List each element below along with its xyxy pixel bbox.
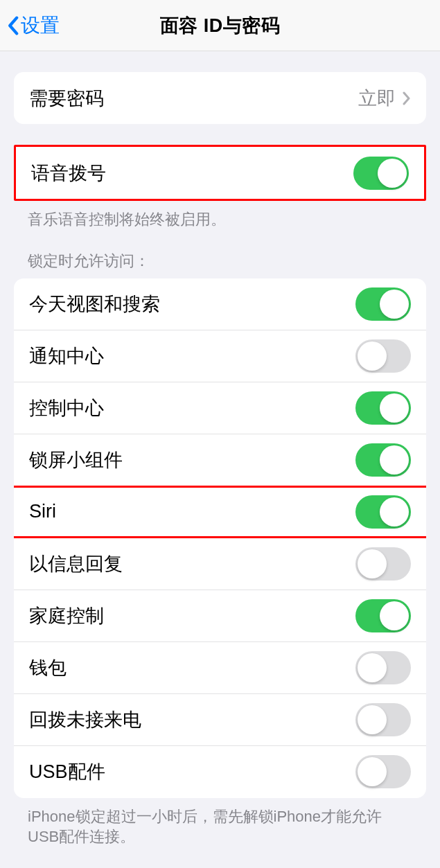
lock-access-row: 家庭控制: [14, 590, 426, 642]
lock-access-toggle[interactable]: [355, 651, 411, 684]
require-passcode-label: 需要密码: [29, 86, 104, 111]
lock-access-toggle[interactable]: [355, 547, 411, 581]
lock-access-label: 控制中心: [29, 396, 104, 420]
chevron-left-icon: [7, 15, 19, 36]
lock-access-toggle[interactable]: [355, 339, 411, 373]
lock-access-toggle[interactable]: [355, 599, 411, 632]
toggle-knob: [378, 159, 407, 188]
lock-access-row: 通知中心: [14, 330, 426, 382]
lock-access-row: 钱包: [14, 642, 426, 694]
voice-dial-footer: 音乐语音控制将始终被启用。: [28, 209, 412, 230]
require-passcode-value: 立即: [358, 86, 396, 111]
lock-access-toggle[interactable]: [355, 443, 411, 477]
toggle-knob: [380, 601, 409, 630]
row-right: 立即: [358, 86, 411, 111]
back-button[interactable]: 设置: [7, 12, 60, 39]
toggle-knob: [358, 757, 387, 786]
lock-access-label: Siri: [29, 501, 56, 522]
lock-access-label: 以信息回复: [29, 551, 123, 576]
lock-access-toggle[interactable]: [355, 703, 411, 736]
lock-access-footer: iPhone锁定超过一小时后，需先解锁iPhone才能允许USB配件连接。: [28, 806, 412, 847]
lock-access-label: USB配件: [29, 759, 105, 784]
lock-access-row: 控制中心: [14, 382, 426, 434]
navigation-bar: 设置 面容 ID与密码: [0, 0, 440, 51]
lock-access-label: 家庭控制: [29, 603, 104, 628]
lock-access-row: 以信息回复: [14, 538, 426, 590]
lock-access-label: 钱包: [29, 655, 67, 680]
toggle-knob: [380, 445, 409, 475]
toggle-knob: [380, 393, 409, 423]
lock-access-label: 回拨未接来电: [29, 707, 141, 732]
lock-access-label: 通知中心: [29, 344, 104, 369]
lock-access-header: 锁定时允许访问：: [28, 251, 412, 272]
require-passcode-row[interactable]: 需要密码 立即: [14, 72, 426, 124]
lock-access-row: Siri: [14, 486, 426, 538]
toggle-knob: [380, 497, 409, 526]
lock-access-label: 今天视图和搜索: [29, 292, 160, 317]
page-title: 面容 ID与密码: [160, 13, 281, 38]
toggle-knob: [358, 342, 387, 371]
lock-access-group: 今天视图和搜索通知中心控制中心锁屏小组件Siri以信息回复家庭控制钱包回拨未接来…: [14, 278, 426, 798]
toggle-knob: [358, 653, 387, 682]
toggle-knob: [358, 549, 387, 578]
settings-content: 需要密码 立即 语音拨号 音乐语音控制将始终被启用。 锁定时允许访问： 今天视图…: [0, 72, 440, 847]
toggle-knob: [380, 290, 409, 319]
voice-dial-toggle[interactable]: [353, 157, 409, 190]
lock-access-toggle[interactable]: [355, 495, 411, 529]
lock-access-toggle[interactable]: [355, 391, 411, 425]
lock-access-row: USB配件: [14, 746, 426, 798]
lock-access-row: 锁屏小组件: [14, 434, 426, 486]
voice-dial-group: 语音拨号: [14, 145, 426, 201]
lock-access-toggle[interactable]: [355, 755, 411, 788]
lock-access-label: 锁屏小组件: [29, 448, 123, 472]
toggle-knob: [358, 705, 387, 734]
lock-access-toggle[interactable]: [355, 287, 411, 321]
lock-access-row: 今天视图和搜索: [14, 278, 426, 330]
back-label: 设置: [21, 12, 60, 39]
lock-access-row: 回拨未接来电: [14, 694, 426, 746]
voice-dial-row: 语音拨号: [16, 147, 424, 199]
chevron-right-icon: [403, 91, 411, 105]
voice-dial-label: 语音拨号: [31, 161, 106, 186]
require-passcode-group: 需要密码 立即: [14, 72, 426, 124]
